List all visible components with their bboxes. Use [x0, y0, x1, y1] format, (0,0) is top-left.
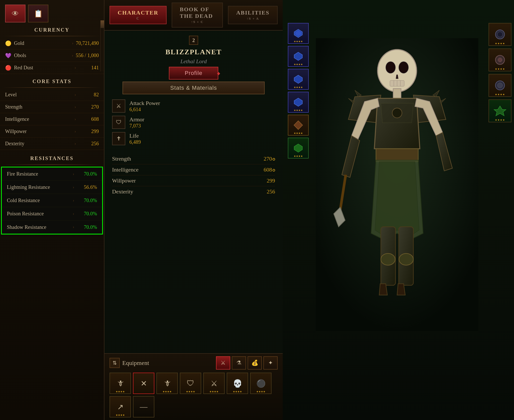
equip-slot-8[interactable]: —: [133, 396, 154, 417]
center-dexterity-label: Dexterity: [112, 188, 133, 195]
equipment-view-btn[interactable]: 📋: [28, 5, 48, 22]
center-strength-value: 270: [264, 155, 275, 162]
equip-slot-3[interactable]: 🛡★★★★: [180, 373, 201, 394]
divider-core: [3, 87, 101, 88]
equipment-section: ⇅ Equipment ⚔ ⚗ 💰 ✦ 🗡★★★★ ✕ 🗡★★★★ 🛡★★★★ …: [104, 353, 283, 420]
reddust-icon: 🔴: [5, 65, 11, 71]
armor-icon: 🛡: [112, 116, 125, 129]
attack-power-block: ⚔ Attack Power 6,614: [112, 99, 275, 113]
obols-value: 556 / 1,000: [76, 52, 99, 58]
svg-point-21: [381, 254, 395, 265]
stat-intelligence-value: 608: [78, 116, 99, 122]
svg-rect-15: [393, 89, 401, 98]
stat-strength-div: ›: [75, 105, 76, 109]
gem-column: ★★★★ ★★★★ ★★★★ ★★★★ ★★★★ ★★★★: [288, 23, 309, 159]
character-tab[interactable]: CHARACTER C: [110, 6, 167, 24]
right-slot-2[interactable]: ★★★★: [489, 74, 511, 97]
equip-slot-5[interactable]: 💀★★★★: [227, 373, 248, 394]
attack-power-info: Attack Power 6,614: [129, 100, 160, 112]
gem-slot-1[interactable]: ★★★★: [288, 46, 309, 67]
equip-tab-potions[interactable]: ⚗: [232, 356, 246, 370]
profile-button[interactable]: Profile: [169, 67, 218, 80]
resist-shadow-div: ›: [73, 225, 74, 229]
equipment-arrows-icon: ⇅: [110, 358, 120, 368]
left-panel-icon-tabs: 👁 📋: [0, 0, 104, 25]
right-slot-2-stars: ★★★★: [489, 93, 511, 96]
armor-block: 🛡 Armor 7,073: [112, 116, 275, 129]
svg-point-22: [399, 254, 413, 265]
gold-icon: 🟡: [5, 40, 11, 46]
equip-slot-7[interactable]: ↗★★★★: [110, 396, 131, 417]
life-name: Life: [129, 133, 141, 139]
resist-shadow-row: Shadow Resistance › 70.0%: [2, 220, 102, 234]
center-willpower-label: Willpower: [112, 177, 136, 184]
center-stats-table: Strength 270 Intelligence 608 Willpower …: [104, 151, 283, 200]
stat-dexterity-div: ›: [75, 141, 76, 146]
equip-slot-6[interactable]: ⚫★★★★: [250, 373, 272, 394]
svg-marker-6: [294, 144, 302, 152]
gem-slot-5[interactable]: ★★★★: [288, 138, 309, 159]
stats-materials-button[interactable]: Stats & Materials: [123, 82, 265, 94]
stat-level-row: Level › 82: [0, 89, 104, 101]
core-stats-title: CORE STATS: [0, 76, 104, 86]
equip-slot-6-stars: ★★★★: [251, 390, 271, 393]
gem-slot-2[interactable]: ★★★★: [288, 69, 309, 90]
char-title: Lethal Lord: [180, 58, 207, 65]
bookdead-tab[interactable]: BOOK OF THE DEAD ↑s + C: [172, 3, 223, 28]
gem-slot-1-stars: ★★★★: [288, 63, 308, 66]
center-stat-strength: Strength 270: [112, 153, 275, 164]
equip-tab-gold[interactable]: 💰: [248, 356, 262, 370]
character-tab-key: C: [118, 17, 158, 21]
gold-label: Gold: [14, 40, 70, 46]
stat-willpower-row: Willpower › 299: [0, 125, 104, 138]
character-figure: [316, 0, 478, 369]
center-stat-dexterity: Dexterity 256: [112, 186, 275, 197]
equip-slot-2-stars: ★★★★: [157, 390, 177, 393]
reddust-value: 141: [78, 65, 99, 71]
gem-slot-0-stars: ★★★★: [288, 40, 308, 43]
stat-strength-row: Strength › 270: [0, 101, 104, 113]
abilities-tab[interactable]: ABILITIES ↑s + A: [228, 6, 278, 24]
stat-dexterity-row: Dexterity › 256: [0, 138, 104, 150]
resist-shadow-value: 70.0%: [77, 224, 97, 230]
life-icon: ✝: [112, 132, 125, 145]
gold-value: 70,721,490: [76, 40, 99, 46]
resist-lightning-value: 56.6%: [77, 184, 97, 190]
attack-power-value: 6,614: [129, 107, 160, 112]
life-info: Life 6,489: [129, 133, 141, 145]
gold-divider: ›: [72, 41, 73, 46]
divider-currency: [3, 36, 101, 36]
gem-slot-0[interactable]: ★★★★: [288, 23, 309, 44]
svg-marker-3: [294, 75, 302, 83]
equip-slot-4[interactable]: ⚔★★★★: [203, 373, 225, 394]
resist-shadow-label: Shadow Resistance: [7, 224, 70, 230]
stat-willpower-label: Willpower: [5, 128, 72, 134]
right-slot-1[interactable]: ★★★★: [489, 48, 511, 71]
equip-slot-0-stars: ★★★★: [110, 390, 130, 393]
equip-slot-1[interactable]: ✕: [133, 373, 154, 394]
obols-label: Obols: [14, 52, 69, 58]
intelligence-ring: [273, 169, 275, 172]
gem-slot-3[interactable]: ★★★★: [288, 92, 309, 113]
svg-point-24: [497, 32, 503, 37]
gem-slot-3-stars: ★★★★: [288, 109, 308, 112]
reddust-label: Red Dust: [14, 65, 72, 71]
equipment-tabs: ⚔ ⚗ 💰 ✦: [216, 356, 278, 370]
equip-slot-2[interactable]: 🗡★★★★: [156, 373, 178, 394]
inventory-view-btn[interactable]: 👁: [5, 5, 25, 22]
gem-slot-4[interactable]: ★★★★: [288, 115, 309, 136]
equip-tab-weapons[interactable]: ⚔: [216, 356, 230, 370]
right-slot-3[interactable]: ★★★★: [489, 99, 511, 122]
divider-resist: [3, 164, 101, 165]
armor-value: 7,073: [129, 123, 144, 129]
equipment-slots: 🗡★★★★ ✕ 🗡★★★★ 🛡★★★★ ⚔★★★★ 💀★★★★ ⚫★★★★ ↗★…: [110, 373, 278, 417]
stat-intelligence-label: Intelligence: [5, 116, 72, 122]
right-slot-0[interactable]: ★★★★: [489, 23, 511, 46]
scrollbar[interactable]: [100, 20, 104, 71]
right-slot-0-stars: ★★★★: [489, 42, 511, 45]
equip-slot-0[interactable]: 🗡★★★★: [110, 373, 131, 394]
svg-marker-4: [294, 98, 302, 106]
resist-cold-row: Cold Resistance › 70.0%: [2, 194, 102, 207]
equip-tab-gems[interactable]: ✦: [263, 356, 278, 370]
char-level-badge: 2: [189, 36, 198, 45]
